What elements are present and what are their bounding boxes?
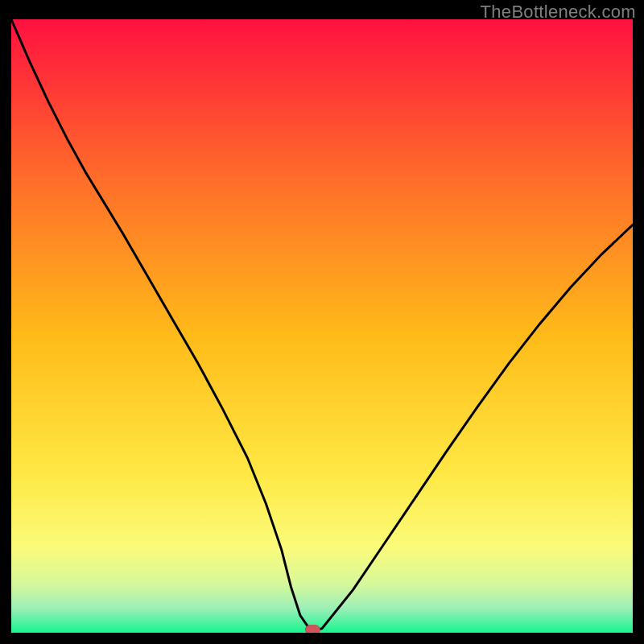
optimum-marker bbox=[305, 625, 320, 633]
watermark-label: TheBottleneck.com bbox=[481, 2, 636, 23]
bottleneck-chart bbox=[11, 19, 633, 633]
plot-area bbox=[11, 19, 633, 633]
chart-stage: TheBottleneck.com bbox=[0, 0, 644, 644]
